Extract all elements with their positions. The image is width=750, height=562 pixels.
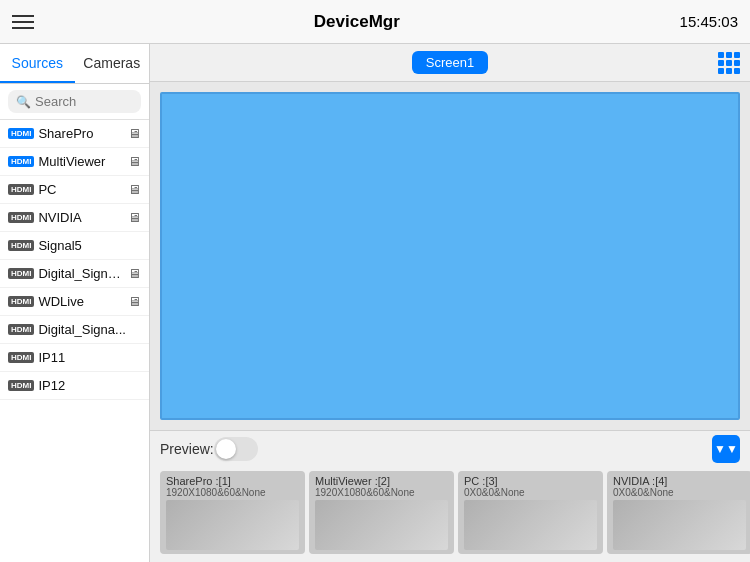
- monitor-icon: 🖥: [128, 126, 141, 141]
- preview-toggle-wrap: [214, 437, 258, 461]
- thumb-subtitle: 0X0&0&None: [613, 487, 746, 498]
- source-name: Digital_Signa...: [38, 322, 141, 337]
- source-item-digital_signage[interactable]: HDMIDigital_Signage🖥: [0, 260, 149, 288]
- app-title: DeviceMgr: [314, 12, 400, 32]
- thumb-title: PC :[3]: [464, 475, 597, 487]
- thumb-card-thumb3[interactable]: PC :[3]0X0&0&None: [458, 471, 603, 554]
- sidebar-tabs: Sources Cameras: [0, 44, 149, 84]
- thumb-card-thumb1[interactable]: SharePro :[1]1920X1080&60&None: [160, 471, 305, 554]
- source-name: WDLive: [38, 294, 124, 309]
- thumb-card-thumb4[interactable]: NVIDIA :[4]0X0&0&None: [607, 471, 750, 554]
- hdmi-badge: HDMI: [8, 184, 34, 195]
- tab-cameras[interactable]: Cameras: [75, 44, 150, 83]
- blue-screen-display: [160, 92, 740, 420]
- thumb-title: NVIDIA :[4]: [613, 475, 746, 487]
- monitor-icon: 🖥: [128, 294, 141, 309]
- sidebar: Sources Cameras 🔍 HDMISharePro🖥HDMIMulti…: [0, 44, 150, 562]
- source-thumbnails: SharePro :[1]1920X1080&60&NoneMultiViewe…: [150, 467, 750, 562]
- hdmi-badge: HDMI: [8, 352, 34, 363]
- source-list: HDMISharePro🖥HDMIMultiViewer🖥HDMIPC🖥HDMI…: [0, 120, 149, 562]
- tab-sources[interactable]: Sources: [0, 44, 75, 83]
- hdmi-badge: HDMI: [8, 156, 34, 167]
- preview-main: [150, 82, 750, 430]
- monitor-icon: 🖥: [128, 266, 141, 281]
- preview-label: Preview:: [160, 441, 214, 457]
- content-area: Screen1 Preview:: [150, 44, 750, 562]
- monitor-icon: 🖥: [128, 182, 141, 197]
- screen-button[interactable]: Screen1: [412, 51, 488, 74]
- search-input[interactable]: [35, 94, 133, 109]
- menu-icon[interactable]: [12, 15, 34, 29]
- hdmi-badge: HDMI: [8, 296, 34, 307]
- source-name: SharePro: [38, 126, 124, 141]
- source-item-wdlive[interactable]: HDMIWDLive🖥: [0, 288, 149, 316]
- hdmi-badge: HDMI: [8, 240, 34, 251]
- source-item-ip11[interactable]: HDMIIP11: [0, 344, 149, 372]
- thumb-card-thumb2[interactable]: MultiViewer :[2]1920X1080&60&None: [309, 471, 454, 554]
- source-name: IP12: [38, 378, 141, 393]
- thumb-image: [315, 500, 448, 550]
- main-layout: Sources Cameras 🔍 HDMISharePro🖥HDMIMulti…: [0, 44, 750, 562]
- thumb-subtitle: 0X0&0&None: [464, 487, 597, 498]
- source-name: NVIDIA: [38, 210, 124, 225]
- source-item-ip12[interactable]: HDMIIP12: [0, 372, 149, 400]
- search-bar: 🔍: [0, 84, 149, 120]
- bottom-bar: Preview: ▼▼ SharePro :[1]1920X1080&60&No…: [150, 430, 750, 562]
- preview-toggle[interactable]: [214, 437, 258, 461]
- source-item-multiviewer[interactable]: HDMIMultiViewer🖥: [0, 148, 149, 176]
- monitor-icon: 🖥: [128, 210, 141, 225]
- source-name: IP11: [38, 350, 141, 365]
- app-time: 15:45:03: [680, 13, 738, 30]
- source-item-pc[interactable]: HDMIPC🖥: [0, 176, 149, 204]
- hdmi-badge: HDMI: [8, 324, 34, 335]
- grid-layout-icon[interactable]: [718, 52, 740, 74]
- content-header: Screen1: [150, 44, 750, 82]
- thumb-image: [166, 500, 299, 550]
- top-bar: DeviceMgr 15:45:03: [0, 0, 750, 44]
- thumb-subtitle: 1920X1080&60&None: [166, 487, 299, 498]
- source-item-nvidia[interactable]: HDMINVIDIA🖥: [0, 204, 149, 232]
- source-item-signal5[interactable]: HDMISignal5: [0, 232, 149, 260]
- hdmi-badge: HDMI: [8, 128, 34, 139]
- toggle-knob: [216, 439, 236, 459]
- hdmi-badge: HDMI: [8, 212, 34, 223]
- source-name: Signal5: [38, 238, 141, 253]
- expand-button[interactable]: ▼▼: [712, 435, 740, 463]
- hdmi-badge: HDMI: [8, 380, 34, 391]
- monitor-icon: 🖥: [128, 154, 141, 169]
- thumb-title: SharePro :[1]: [166, 475, 299, 487]
- search-input-wrap: 🔍: [8, 90, 141, 113]
- thumb-image: [613, 500, 746, 550]
- source-name: Digital_Signage: [38, 266, 124, 281]
- source-item-sharepro[interactable]: HDMISharePro🖥: [0, 120, 149, 148]
- hdmi-badge: HDMI: [8, 268, 34, 279]
- preview-controls: Preview: ▼▼: [150, 431, 750, 467]
- thumb-image: [464, 500, 597, 550]
- source-item-digital_signa[interactable]: HDMIDigital_Signa...: [0, 316, 149, 344]
- thumb-subtitle: 1920X1080&60&None: [315, 487, 448, 498]
- search-icon: 🔍: [16, 95, 31, 109]
- source-name: MultiViewer: [38, 154, 124, 169]
- thumb-title: MultiViewer :[2]: [315, 475, 448, 487]
- source-name: PC: [38, 182, 124, 197]
